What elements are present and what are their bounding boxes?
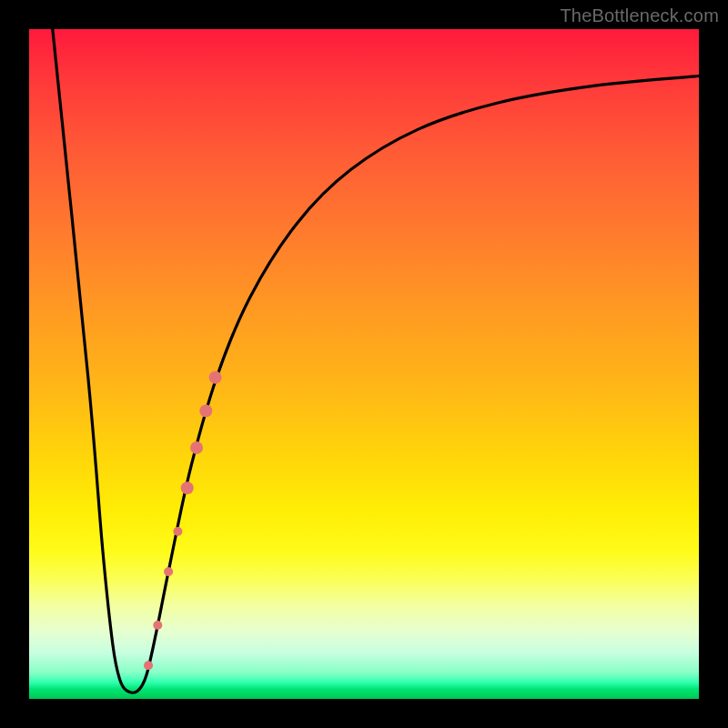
watermark-text: TheBottleneck.com [560, 5, 719, 26]
chart-frame: TheBottleneck.com [0, 0, 728, 728]
highlight-segment [144, 371, 222, 671]
plot-area [29, 29, 699, 699]
highlight-marker [144, 661, 153, 670]
highlight-marker [173, 527, 182, 536]
highlight-marker [199, 405, 212, 418]
highlight-marker [164, 567, 173, 576]
bottleneck-curve [53, 29, 699, 693]
plot-svg [29, 29, 699, 699]
curve-path [53, 29, 699, 693]
highlight-marker [153, 621, 162, 630]
highlight-marker [190, 441, 203, 454]
highlight-marker [181, 481, 194, 494]
highlight-marker [209, 371, 222, 384]
